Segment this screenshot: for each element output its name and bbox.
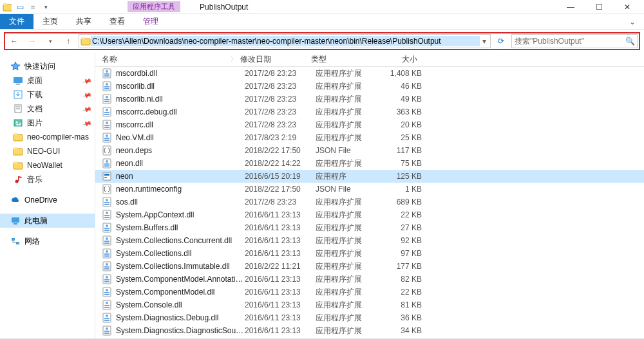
file-date: 2016/6/11 23:13 [245,249,316,258]
file-row[interactable]: neon 2016/6/15 20:19 应用程序 125 KB [95,170,644,183]
qat-dropdown-icon[interactable]: = [28,3,37,12]
file-date: 2016/6/11 23:13 [245,275,316,284]
file-row[interactable]: System.AppContext.dll 2016/6/11 23:13 应用… [95,208,644,221]
onedrive-header[interactable]: OneDrive [0,193,95,207]
file-row[interactable]: System.Diagnostics.Debug.dll 2016/6/11 2… [95,311,644,324]
ribbon-expand-button[interactable]: ⌄ [621,14,644,29]
file-type: 应用程序扩展 [316,325,383,336]
quick-access-header[interactable]: 快速访问 [0,59,95,73]
file-row[interactable]: neon.deps 2018/2/22 17:50 JSON File 117 … [95,144,644,157]
file-row[interactable]: System.ComponentModel.Annotatio... 2016/… [95,273,644,286]
sidebar-item-label: 下载 [27,89,43,100]
pin-icon: 📌 [82,89,92,100]
file-row[interactable]: neon.runtimeconfig 2018/2/22 17:50 JSON … [95,183,644,196]
this-pc-header[interactable]: 此电脑 [0,214,95,228]
file-row[interactable]: mscorlib.ni.dll 2017/2/8 23:23 应用程序扩展 49… [95,93,644,105]
file-row[interactable]: System.ComponentModel.dll 2016/6/11 23:1… [95,286,644,298]
file-row[interactable]: mscorlib.dll 2017/2/8 23:23 应用程序扩展 46 KB [95,80,644,93]
sidebar-item-label: NeoWallet [27,161,62,170]
file-name: mscorrc.debug.dll [116,107,245,116]
file-name: System.Diagnostics.Debug.dll [116,313,245,322]
file-size: 81 KB [383,300,435,309]
window-title: PublishOutput [200,3,248,12]
file-size: 27 KB [383,223,435,232]
file-date: 2016/6/11 23:13 [245,223,316,232]
file-row[interactable]: sos.dll 2017/2/8 23:23 应用程序扩展 689 KB [95,196,644,208]
refresh-button[interactable]: ⟳ [493,37,509,46]
close-button[interactable]: ✕ [613,0,641,14]
file-row[interactable]: System.Collections.Concurrent.dll 2016/6… [95,234,644,247]
folder-icon [80,36,91,46]
back-button[interactable]: ← [6,34,22,48]
dll-icon [102,325,112,336]
file-row[interactable]: Neo.VM.dll 2017/8/23 2:19 应用程序扩展 25 KB [95,131,644,144]
search-icon[interactable]: 🔍 [625,37,634,46]
file-row[interactable]: mscordbi.dll 2017/2/8 23:23 应用程序扩展 1,408… [95,67,644,80]
file-row[interactable]: System.Collections.Immutable.dll 2018/2/… [95,260,644,273]
file-row[interactable]: neon.dll 2018/2/22 14:22 应用程序扩展 75 KB [95,157,644,170]
file-row[interactable]: mscorrc.debug.dll 2017/2/8 23:23 应用程序扩展 … [95,105,644,118]
minimize-button[interactable]: — [556,0,585,14]
tab-home[interactable]: 主页 [33,14,67,29]
qat-caret-icon[interactable]: ▾ [41,3,50,12]
file-row[interactable]: System.Console.dll 2016/6/11 23:13 应用程序扩… [95,298,644,311]
search-input[interactable] [515,37,625,46]
file-date: 2017/2/8 23:23 [245,197,316,206]
sidebar-item-label: neo-compiler-mas [27,133,89,142]
dll-icon [102,107,112,117]
column-header-date[interactable]: 修改日期 [240,54,311,65]
dll-icon [102,197,112,207]
file-date: 2017/2/8 23:23 [245,95,316,104]
sidebar-item-folder[interactable]: NEO-GUI [0,144,95,158]
file-size: 22 KB [383,288,435,297]
sidebar-item-folder[interactable]: neo-compiler-mas [0,130,95,144]
file-type: 应用程序扩展 [316,313,383,324]
file-tab[interactable]: 文件 [0,14,33,29]
column-header-size[interactable]: 大小 [379,54,430,65]
sidebar-item-pinned[interactable]: 下载📌 [0,87,95,102]
qat-properties-icon[interactable]: ▭ [15,3,24,12]
address-bar[interactable]: ▾ [79,34,491,48]
sidebar-item-pinned[interactable]: 图片📌 [0,116,95,130]
dll-icon [102,68,112,78]
file-size: 22 KB [383,210,435,219]
file-name: mscorlib.dll [116,82,245,91]
sidebar-item-pinned[interactable]: 文档📌 [0,102,95,116]
recent-dropdown[interactable]: ▾ [43,34,58,48]
file-date: 2016/6/11 23:13 [245,326,316,335]
file-name: mscorrc.dll [116,120,245,129]
file-date: 2016/6/11 23:13 [245,313,316,322]
sidebar-item-pinned[interactable]: 桌面📌 [0,73,95,87]
maximize-button[interactable]: ☐ [585,0,613,14]
file-size: 20 KB [383,120,435,129]
network-header[interactable]: 网络 [0,234,95,248]
tab-view[interactable]: 查看 [100,14,134,29]
file-size: 689 KB [383,197,435,206]
file-row[interactable]: System.Buffers.dll 2016/6/11 23:13 应用程序扩… [95,221,644,234]
up-button[interactable]: ↑ [61,34,76,48]
address-dropdown-icon[interactable]: ▾ [480,37,489,46]
file-row[interactable]: mscorrc.dll 2017/2/8 23:23 应用程序扩展 20 KB [95,118,644,131]
file-size: 75 KB [383,159,435,168]
file-name: Neo.VM.dll [116,133,245,142]
sidebar-item-folder[interactable]: NeoWallet [0,158,95,172]
file-size: 1 KB [383,185,435,194]
dll-icon [102,248,112,259]
address-input[interactable] [91,36,480,46]
tab-share[interactable]: 共享 [67,14,100,29]
search-box[interactable]: 🔍 [511,34,638,48]
column-header-type[interactable]: 类型 [311,54,379,65]
dll-icon [102,261,112,271]
file-size: 49 KB [383,95,435,104]
file-row[interactable]: System.Collections.dll 2016/6/11 23:13 应… [95,247,644,260]
column-header-name[interactable]: 名称〉 [95,54,240,65]
pin-icon: 📌 [82,75,92,86]
forward-button[interactable]: → [24,34,40,48]
tab-manage[interactable]: 管理 [134,14,167,29]
dll-icon [102,120,112,130]
file-size: 46 KB [383,82,435,91]
file-type: 应用程序扩展 [316,235,383,246]
sidebar-item-folder[interactable]: 音乐 [0,172,95,187]
file-date: 2018/2/22 17:50 [245,146,316,155]
file-row[interactable]: System.Diagnostics.DiagnosticSourc... 20… [95,324,644,337]
